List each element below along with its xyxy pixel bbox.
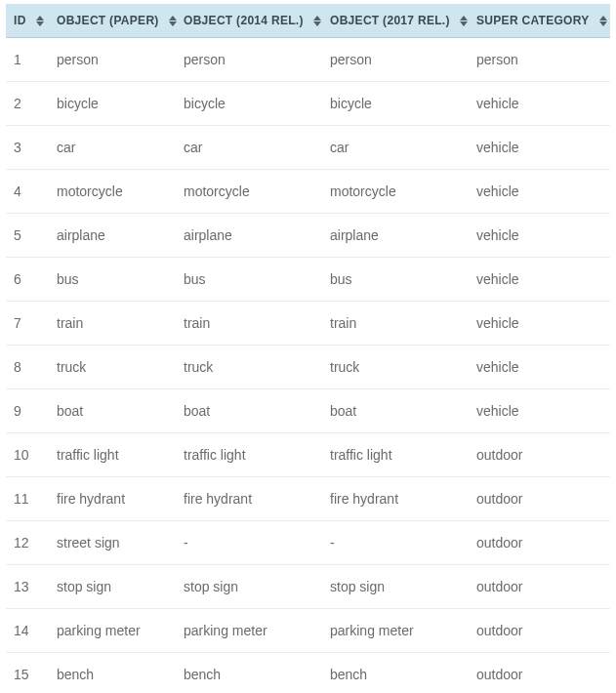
cell-super_category: vehicle [469,346,610,389]
svg-marker-4 [313,16,321,20]
cell-super_category: vehicle [469,126,610,170]
svg-marker-2 [169,16,177,20]
cell-id: 1 [6,38,49,82]
sort-icon [313,16,321,26]
column-header-object_2014[interactable]: OBJECT (2014 REL.) [176,4,322,38]
sort-icon [36,16,44,26]
cell-object_2014: boat [176,389,322,433]
svg-marker-8 [599,16,607,20]
cell-object_paper: bench [49,653,176,694]
cell-id: 5 [6,214,49,258]
cell-object_paper: car [49,126,176,170]
cell-object_2017: train [322,302,469,346]
table-header: IDOBJECT (PAPER)OBJECT (2014 REL.)OBJECT… [6,4,610,38]
cell-super_category: outdoor [469,609,610,653]
table-row: 8trucktrucktruckvehicle [6,346,610,389]
cell-id: 3 [6,126,49,170]
table-row: 4motorcyclemotorcyclemotorcyclevehicle [6,170,610,214]
column-header-label: OBJECT (PAPER) [57,14,159,27]
cell-super_category: vehicle [469,170,610,214]
cell-super_category: vehicle [469,389,610,433]
cell-object_2017: boat [322,389,469,433]
table-row: 13stop signstop signstop signoutdoor [6,565,610,609]
cell-object_2017: traffic light [322,433,469,477]
column-header-label: SUPER CATEGORY [476,14,590,27]
sort-icon [169,16,177,26]
svg-marker-5 [313,21,321,26]
cell-id: 8 [6,346,49,389]
cell-object_paper: boat [49,389,176,433]
cell-id: 15 [6,653,49,694]
table-row: 11fire hydrantfire hydrantfire hydrantou… [6,477,610,521]
cell-id: 12 [6,521,49,565]
column-header-object_paper[interactable]: OBJECT (PAPER) [49,4,176,38]
sort-icon [599,16,607,26]
cell-object_2017: bicycle [322,82,469,126]
cell-id: 10 [6,433,49,477]
cell-object_paper: airplane [49,214,176,258]
cell-id: 4 [6,170,49,214]
cell-object_2017: - [322,521,469,565]
cell-object_paper: bicycle [49,82,176,126]
cell-object_2017: truck [322,346,469,389]
table-row: 12street sign--outdoor [6,521,610,565]
cell-object_paper: truck [49,346,176,389]
cell-id: 6 [6,258,49,302]
cell-object_2017: airplane [322,214,469,258]
cell-object_2014: truck [176,346,322,389]
cell-object_2014: traffic light [176,433,322,477]
svg-marker-7 [460,21,468,26]
categories-table: IDOBJECT (PAPER)OBJECT (2014 REL.)OBJECT… [6,4,610,693]
cell-super_category: outdoor [469,565,610,609]
cell-id: 13 [6,565,49,609]
svg-marker-6 [460,16,468,20]
cell-id: 14 [6,609,49,653]
column-header-object_2017[interactable]: OBJECT (2017 REL.) [322,4,469,38]
table-row: 14parking meterparking meterparking mete… [6,609,610,653]
cell-object_2014: bench [176,653,322,694]
cell-super_category: outdoor [469,521,610,565]
cell-object_2014: motorcycle [176,170,322,214]
svg-marker-1 [36,21,44,26]
cell-object_paper: train [49,302,176,346]
cell-object_paper: stop sign [49,565,176,609]
cell-id: 2 [6,82,49,126]
cell-object_2014: car [176,126,322,170]
cell-object_paper: motorcycle [49,170,176,214]
svg-marker-0 [36,16,44,20]
table-body: 1personpersonpersonperson2bicyclebicycle… [6,38,610,694]
column-header-super_category[interactable]: SUPER CATEGORY [469,4,610,38]
cell-super_category: outdoor [469,653,610,694]
table-row: 6busbusbusvehicle [6,258,610,302]
cell-object_2014: fire hydrant [176,477,322,521]
cell-object_paper: traffic light [49,433,176,477]
table-row: 9boatboatboatvehicle [6,389,610,433]
table-row: 7traintraintrainvehicle [6,302,610,346]
cell-object_paper: fire hydrant [49,477,176,521]
cell-id: 7 [6,302,49,346]
cell-super_category: outdoor [469,477,610,521]
cell-object_2014: parking meter [176,609,322,653]
cell-object_paper: parking meter [49,609,176,653]
column-header-id[interactable]: ID [6,4,49,38]
table-row: 15benchbenchbenchoutdoor [6,653,610,694]
table-row: 3carcarcarvehicle [6,126,610,170]
column-header-label: ID [14,14,26,27]
svg-marker-9 [599,21,607,26]
cell-object_2014: bus [176,258,322,302]
cell-object_2017: bus [322,258,469,302]
cell-super_category: vehicle [469,214,610,258]
cell-object_2014: person [176,38,322,82]
cell-object_paper: bus [49,258,176,302]
cell-object_2014: - [176,521,322,565]
cell-object_2014: airplane [176,214,322,258]
cell-id: 9 [6,389,49,433]
cell-object_2017: motorcycle [322,170,469,214]
table-row: 10traffic lighttraffic lighttraffic ligh… [6,433,610,477]
sort-icon [460,16,468,26]
cell-id: 11 [6,477,49,521]
cell-super_category: vehicle [469,82,610,126]
cell-object_2017: parking meter [322,609,469,653]
cell-object_2014: stop sign [176,565,322,609]
cell-object_paper: person [49,38,176,82]
